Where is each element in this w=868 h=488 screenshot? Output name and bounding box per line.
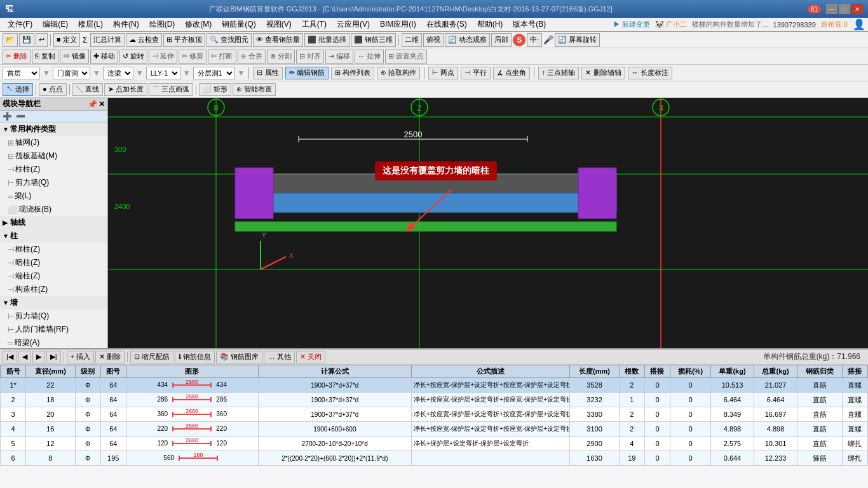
maximize-button[interactable]: □: [839, 4, 850, 14]
delete-axis-button[interactable]: ✕ 删除辅轴: [581, 67, 625, 79]
sidebar-item-column[interactable]: ⊣ 柱柱(Z): [0, 163, 107, 176]
align-button[interactable]: ⊟ 对齐: [296, 50, 324, 64]
steel-info-button[interactable]: ℹ 钢筋信息: [175, 351, 215, 363]
menu-steel-qty[interactable]: 钢筋量(Q): [217, 18, 261, 31]
menu-cloud[interactable]: 云应用(V): [332, 18, 375, 31]
sidebar-item-civil-def-wall[interactable]: ⊢ 人防门槛墙(RF): [0, 323, 107, 336]
menu-help[interactable]: 帮助(H): [472, 18, 508, 31]
pin-icon[interactable]: 📌: [88, 100, 97, 109]
sidebar-close-icon[interactable]: ✕: [98, 100, 105, 109]
parallel-button[interactable]: ⊣ 平行: [461, 67, 491, 79]
menu-modify[interactable]: 修改(M): [180, 18, 217, 31]
menu-file[interactable]: 文件(F): [3, 18, 37, 31]
sidebar-item-add[interactable]: ➕ ➖: [0, 111, 107, 123]
2d-button[interactable]: 二维: [402, 33, 422, 47]
cloud-check-button[interactable]: ☁ 云检查: [126, 33, 162, 47]
point-button[interactable]: ● 点点: [39, 83, 67, 96]
table-row[interactable]: 2 18 Ф 64 286 2660 286 1900+37*d+37*d 净长…: [108, 393, 868, 407]
sidebar-item-common-types[interactable]: ▼ 常用构件类型: [0, 123, 107, 136]
line-button[interactable]: ╲ 直线: [72, 83, 103, 96]
set-grip-button[interactable]: ⊞ 设置夹点: [385, 50, 427, 64]
sidebar-item-shear-wall[interactable]: ⊢ 剪力墙(Q): [0, 309, 107, 323]
menu-view[interactable]: 视图(V): [261, 18, 297, 31]
steel-3d-button[interactable]: ⬛ 钢筋三维: [351, 33, 396, 47]
summary-calc-button[interactable]: 汇总计算: [90, 33, 125, 47]
table-row[interactable]: 1* 22 Ф 64 434 2660 434 1900+37*d+37*d 净…: [108, 378, 868, 393]
move-button[interactable]: ✚ 移动: [90, 50, 118, 64]
menu-edit[interactable]: 编辑(E): [37, 18, 73, 31]
screen-rotate-button[interactable]: 🔄 屏幕旋转: [555, 33, 600, 47]
floor-select[interactable]: 首层 二层 基础层: [3, 67, 40, 79]
delete-button[interactable]: ✂ 删除: [3, 50, 31, 64]
rectangle-button[interactable]: ⬜ 矩形: [199, 83, 231, 96]
copy-button[interactable]: ⎘ 复制: [32, 50, 58, 64]
new-change-btn[interactable]: ▶ 新建变更: [613, 20, 650, 29]
property-button[interactable]: ⊟ 属性: [253, 67, 282, 79]
steel-library-button[interactable]: 📚 钢筋图库: [216, 351, 262, 363]
table-row[interactable]: 4 16 Ф 64 220 2660 220 1900+600+600 净长+按…: [108, 422, 868, 437]
trim-button[interactable]: ✂ 修剪: [179, 50, 207, 64]
link-beam-select[interactable]: 连梁: [103, 67, 133, 79]
menu-version[interactable]: 版本号(B): [508, 18, 551, 31]
close-table-button[interactable]: ✕ 关闭: [296, 351, 325, 363]
undo-button[interactable]: ↩: [36, 33, 48, 47]
sidebar-item-end-col[interactable]: ⊣ 端柱(Z): [0, 269, 107, 283]
define-button[interactable]: ■ 定义: [53, 33, 80, 47]
mirror-button[interactable]: ⇔ 镜像: [60, 50, 89, 64]
sidebar-item-frame-col[interactable]: ⊣ 框柱(Z): [0, 243, 107, 256]
split-button[interactable]: ⊗ 分割: [267, 50, 295, 64]
point-angle-button[interactable]: ∡ 点坐角: [493, 67, 530, 79]
merge-button[interactable]: ⊕ 合并: [238, 50, 266, 64]
menu-draw[interactable]: 绘图(D): [144, 18, 180, 31]
menu-component[interactable]: 构件(N): [108, 18, 144, 31]
arc-button[interactable]: ⌒ 三点画弧: [149, 83, 193, 96]
pick-component-button[interactable]: ⊕ 拾取构件: [377, 67, 420, 79]
component-type-select[interactable]: 门窗洞 柱 梁: [53, 67, 90, 79]
sidebar-item-walls[interactable]: ▼ 墙: [0, 296, 107, 309]
offset-button[interactable]: ⇥ 偏移: [325, 50, 353, 64]
length-mark-button[interactable]: ↔ 长度标注: [628, 67, 672, 79]
table-row[interactable]: 3 20 Ф 64 360 2660 360 1900+37*d+37*d 净长…: [108, 407, 868, 422]
sublayer-select[interactable]: 分层洞1 分层洞2: [193, 67, 235, 79]
sidebar-item-slab[interactable]: ⬜ 现浇板(B): [0, 203, 107, 216]
close-button[interactable]: ✕: [851, 4, 863, 14]
break-button[interactable]: ✄ 打断: [208, 50, 236, 64]
menu-floor[interactable]: 楼层(L): [73, 18, 108, 31]
delete-row-button[interactable]: ✕ 删除: [108, 351, 125, 363]
menu-bim[interactable]: BIM应用(I): [375, 18, 421, 31]
layer-select[interactable]: LLY-1 LLY-2: [146, 67, 180, 79]
sidebar-item-shearwall[interactable]: ⊢ 剪力墙(Q): [0, 176, 107, 189]
view-steel-button[interactable]: 👁 查看钢筋量: [253, 33, 303, 47]
find-element-button[interactable]: 🔍 查找图元: [207, 33, 252, 47]
sidebar-item-columns[interactable]: ▼ 柱: [0, 229, 107, 243]
point-length-button[interactable]: ➤ 点加长度: [104, 83, 147, 96]
two-point-button[interactable]: ⊢ 两点: [428, 67, 458, 79]
zoom-reset-button[interactable]: 中·: [527, 33, 542, 47]
sidebar-item-beam[interactable]: ═ 梁(L): [0, 189, 107, 203]
minimize-button[interactable]: ─: [826, 4, 837, 14]
smart-layout-button[interactable]: ⊕ 智能布置: [233, 83, 276, 96]
level-board-button[interactable]: ⊞ 平齐板顶: [163, 33, 205, 47]
batch-select-button[interactable]: ⬛ 批量选择: [304, 33, 349, 47]
open-button[interactable]: 📂: [3, 33, 18, 47]
sidebar-item-hidden-col[interactable]: ⊣ 暗柱(Z): [0, 256, 107, 269]
sidebar-item-axisline[interactable]: ▶ 轴线: [0, 216, 107, 229]
table-row[interactable]: 5 12 Ф 64 120 2660 120 2700-20+10*d-20+1…: [108, 437, 868, 449]
extend-button[interactable]: ⊣ 延伸: [149, 50, 177, 64]
dynamic-view-button[interactable]: 🔄 动态观察: [445, 33, 490, 47]
sidebar-item-hidden-beam[interactable]: ═ 暗梁(A): [0, 336, 107, 349]
select-tool-button[interactable]: ↖ 选择: [3, 83, 33, 96]
sidebar-item-raft[interactable]: ⊟ 筏板基础(M): [0, 149, 107, 163]
stretch-button[interactable]: ↔ 拉伸: [355, 50, 384, 64]
edit-steel-button[interactable]: ✏ 编辑钢筋: [285, 67, 329, 79]
rotate-button[interactable]: ↺ 旋转: [119, 50, 147, 64]
sidebar-item-axis[interactable]: ⊞ 轴网(J): [0, 136, 107, 149]
menu-online[interactable]: 在线服务(S): [421, 18, 472, 31]
three-point-axis-button[interactable]: ↑ 三点辅轴: [538, 67, 580, 79]
sidebar-item-struct-col[interactable]: ⊣ 构造柱(Z): [0, 283, 107, 296]
save-button[interactable]: 💾: [19, 33, 34, 47]
other-button[interactable]: … 其他: [264, 351, 294, 363]
component-list-button[interactable]: ⊞ 构件列表: [331, 67, 374, 79]
local-view-button[interactable]: 局部: [491, 33, 512, 47]
top-view-button[interactable]: 俯视: [423, 33, 444, 47]
